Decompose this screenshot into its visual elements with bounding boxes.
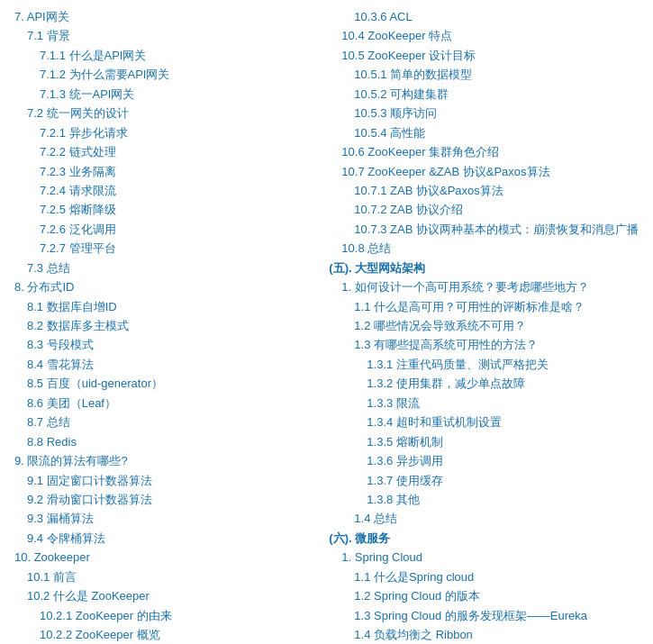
toc-item[interactable]: 1.3.6 异步调用 — [329, 451, 639, 470]
toc-item[interactable]: 8.5 百度（uid-generator） — [14, 374, 322, 393]
toc-item[interactable]: 10.5 ZooKeeper 设计目标 — [329, 46, 639, 65]
toc-item[interactable]: (六). 微服务 — [329, 529, 639, 548]
toc-item[interactable]: 8.7 总结 — [14, 413, 322, 431]
toc-item[interactable]: 10.5.4 高性能 — [329, 123, 639, 142]
toc-item[interactable]: 1.4 总结 — [329, 509, 639, 528]
toc-item[interactable]: 10.1 前言 — [14, 567, 322, 586]
toc-item[interactable]: 10.7.3 ZAB 协议两种基本的模式：崩溃恢复和消息广播 — [329, 220, 639, 239]
toc-item[interactable]: 8.8 Redis — [14, 432, 322, 451]
toc-item[interactable]: 1.3.8 其他 — [329, 490, 639, 509]
toc-item[interactable]: 8.6 美团（Leaf） — [14, 394, 322, 413]
toc-container: 7. API网关7.1 背景7.1.1 什么是API网关7.1.2 为什么需要A… — [11, 7, 642, 644]
toc-item[interactable]: 8.2 数据库多主模式 — [14, 316, 322, 335]
toc-item[interactable]: 10.5.3 顺序访问 — [329, 104, 639, 122]
toc-item[interactable]: 7.2 统一网关的设计 — [14, 104, 322, 122]
toc-item[interactable]: 7. API网关 — [14, 7, 322, 26]
toc-item[interactable]: 10.2.1 ZooKeeper 的由来 — [14, 606, 322, 625]
toc-item[interactable]: 1. 如何设计一个高可用系统？要考虑哪些地方？ — [329, 277, 639, 296]
toc-item[interactable]: 1.2 Spring Cloud 的版本 — [329, 586, 639, 605]
toc-item[interactable]: 7.2.2 链式处理 — [14, 142, 322, 161]
left-column: 7. API网关7.1 背景7.1.1 什么是API网关7.1.2 为什么需要A… — [11, 7, 325, 644]
toc-item[interactable]: 8.1 数据库自增ID — [14, 297, 322, 316]
toc-item[interactable]: 1.1 什么是Spring cloud — [329, 567, 639, 586]
toc-item[interactable]: 10. Zookeeper — [14, 548, 322, 567]
toc-item[interactable]: 1.3.3 限流 — [329, 394, 639, 413]
toc-item[interactable]: 8. 分布式ID — [14, 277, 322, 296]
toc-item[interactable]: 10.7 ZooKeeper &ZAB 协议&Paxos算法 — [329, 162, 639, 181]
toc-item[interactable]: 1.1 什么是高可用？可用性的评断标准是啥？ — [329, 297, 639, 316]
toc-item[interactable]: 8.4 雪花算法 — [14, 355, 322, 374]
toc-item[interactable]: 9. 限流的算法有哪些? — [14, 451, 322, 470]
toc-item[interactable]: 1.2 哪些情况会导致系统不可用？ — [329, 316, 639, 335]
right-column: 10.3.6 ACL10.4 ZooKeeper 特点10.5 ZooKeepe… — [325, 7, 642, 644]
toc-item[interactable]: (五). 大型网站架构 — [329, 259, 639, 277]
toc-item[interactable]: 7.2.1 异步化请求 — [14, 123, 322, 142]
toc-item[interactable]: 1.3.2 使用集群，减少单点故障 — [329, 374, 639, 393]
toc-item[interactable]: 10.5.2 可构建集群 — [329, 85, 639, 104]
toc-item[interactable]: 10.3.6 ACL — [329, 7, 639, 26]
toc-item[interactable]: 7.2.3 业务隔离 — [14, 162, 322, 181]
toc-item[interactable]: 7.2.7 管理平台 — [14, 239, 322, 258]
toc-item[interactable]: 9.4 令牌桶算法 — [14, 529, 322, 548]
toc-item[interactable]: 7.1.3 统一API网关 — [14, 85, 322, 104]
toc-item[interactable]: 10.2 什么是 ZooKeeper — [14, 586, 322, 605]
toc-item[interactable]: 7.2.6 泛化调用 — [14, 220, 322, 239]
toc-item[interactable]: 9.1 固定窗口计数器算法 — [14, 471, 322, 490]
toc-item[interactable]: 10.4 ZooKeeper 特点 — [329, 26, 639, 45]
toc-item[interactable]: 10.5.1 简单的数据模型 — [329, 65, 639, 84]
toc-item[interactable]: 1.4 负载均衡之 Ribbon — [329, 625, 639, 644]
toc-item[interactable]: 1.3.7 使用缓存 — [329, 471, 639, 490]
toc-item[interactable]: 7.2.5 熔断降级 — [14, 200, 322, 219]
toc-item[interactable]: 7.2.4 请求限流 — [14, 181, 322, 200]
toc-item[interactable]: 1. Spring Cloud — [329, 548, 639, 567]
toc-item[interactable]: 10.6 ZooKeeper 集群角色介绍 — [329, 142, 639, 161]
toc-item[interactable]: 10.7.1 ZAB 协议&Paxos算法 — [329, 181, 639, 200]
toc-item[interactable]: 7.3 总结 — [14, 259, 322, 277]
toc-item[interactable]: 1.3.4 超时和重试机制设置 — [329, 413, 639, 431]
toc-item[interactable]: 7.1.1 什么是API网关 — [14, 46, 322, 65]
toc-item[interactable]: 9.3 漏桶算法 — [14, 509, 322, 528]
toc-item[interactable]: 10.8 总结 — [329, 239, 639, 258]
toc-item[interactable]: 1.3 有哪些提高系统可用性的方法？ — [329, 335, 639, 354]
toc-item[interactable]: 1.3 Spring Cloud 的服务发现框架——Eureka — [329, 606, 639, 625]
toc-item[interactable]: 8.3 号段模式 — [14, 335, 322, 354]
toc-item[interactable]: 7.1 背景 — [14, 26, 322, 45]
toc-item[interactable]: 10.2.2 ZooKeeper 概览 — [14, 625, 322, 644]
toc-item[interactable]: 9.2 滑动窗口计数器算法 — [14, 490, 322, 509]
toc-item[interactable]: 1.3.5 熔断机制 — [329, 432, 639, 451]
toc-item[interactable]: 1.3.1 注重代码质量、测试严格把关 — [329, 355, 639, 374]
toc-item[interactable]: 7.1.2 为什么需要API网关 — [14, 65, 322, 84]
toc-item[interactable]: 10.7.2 ZAB 协议介绍 — [329, 200, 639, 219]
